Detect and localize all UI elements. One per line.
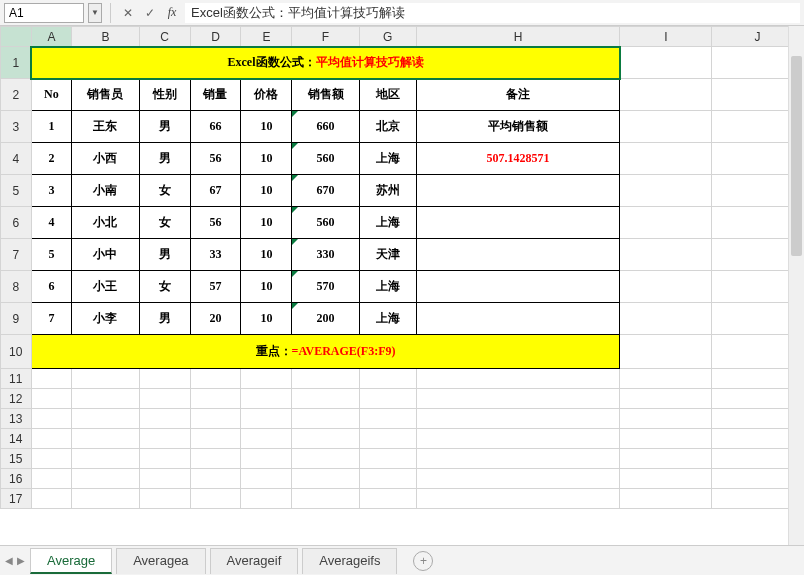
cell-no[interactable]: 1 <box>31 111 72 143</box>
cell-price[interactable]: 10 <box>241 175 292 207</box>
row-header-9[interactable]: 9 <box>1 303 32 335</box>
hdr-volume[interactable]: 销量 <box>190 79 241 111</box>
cell-D12[interactable] <box>190 389 241 409</box>
cell-D13[interactable] <box>190 409 241 429</box>
hdr-price[interactable]: 价格 <box>241 79 292 111</box>
cell-amount[interactable]: 570 <box>292 271 359 303</box>
column-header-A[interactable]: A <box>31 27 72 47</box>
cell-D15[interactable] <box>190 449 241 469</box>
cell-I10[interactable] <box>620 335 712 369</box>
cell-C16[interactable] <box>139 469 190 489</box>
cell-I11[interactable] <box>620 369 712 389</box>
sheet-tab-averageifs[interactable]: Averageifs <box>302 548 397 574</box>
cell-gender[interactable]: 女 <box>139 271 190 303</box>
cell-H17[interactable] <box>416 489 620 509</box>
row-header-7[interactable]: 7 <box>1 239 32 271</box>
cell-I15[interactable] <box>620 449 712 469</box>
cell-B15[interactable] <box>72 449 139 469</box>
tab-nav-arrows[interactable]: ◀ ▶ <box>4 555 26 566</box>
row-header-6[interactable]: 6 <box>1 207 32 239</box>
cell-G16[interactable] <box>359 469 416 489</box>
cell-C12[interactable] <box>139 389 190 409</box>
cell-H13[interactable] <box>416 409 620 429</box>
cell-I16[interactable] <box>620 469 712 489</box>
cell-H14[interactable] <box>416 429 620 449</box>
cell-A12[interactable] <box>31 389 72 409</box>
scroll-thumb[interactable] <box>791 56 802 256</box>
cell-B14[interactable] <box>72 429 139 449</box>
cell-I1[interactable] <box>620 47 712 79</box>
cell-A13[interactable] <box>31 409 72 429</box>
row-header-4[interactable]: 4 <box>1 143 32 175</box>
spreadsheet-grid[interactable]: ABCDEFGHIJ 1Excel函数公式：平均值计算技巧解读2No销售员性别销… <box>0 26 804 509</box>
select-all-corner[interactable] <box>1 27 32 47</box>
cell-amount[interactable]: 670 <box>292 175 359 207</box>
cell-price[interactable]: 10 <box>241 303 292 335</box>
cell-G11[interactable] <box>359 369 416 389</box>
cell-no[interactable]: 4 <box>31 207 72 239</box>
cell-region[interactable]: 上海 <box>359 207 416 239</box>
cell-I14[interactable] <box>620 429 712 449</box>
cell-H16[interactable] <box>416 469 620 489</box>
row-header-17[interactable]: 17 <box>1 489 32 509</box>
cell-F15[interactable] <box>292 449 359 469</box>
cell-price[interactable]: 10 <box>241 111 292 143</box>
row-header-1[interactable]: 1 <box>1 47 32 79</box>
cell-G13[interactable] <box>359 409 416 429</box>
cell-G12[interactable] <box>359 389 416 409</box>
cell-amount[interactable]: 660 <box>292 111 359 143</box>
cell-B12[interactable] <box>72 389 139 409</box>
cell-no[interactable]: 6 <box>31 271 72 303</box>
add-sheet-button[interactable]: + <box>413 551 433 571</box>
cell-person[interactable]: 小中 <box>72 239 139 271</box>
cell-person[interactable]: 小西 <box>72 143 139 175</box>
cell-C17[interactable] <box>139 489 190 509</box>
sheet-tab-average[interactable]: Average <box>30 548 112 574</box>
cell-G17[interactable] <box>359 489 416 509</box>
cell-gender[interactable]: 女 <box>139 175 190 207</box>
row-header-12[interactable]: 12 <box>1 389 32 409</box>
vertical-scrollbar[interactable] <box>788 26 804 545</box>
cell-remark[interactable]: 507.1428571 <box>416 143 620 175</box>
cell-I9[interactable] <box>620 303 712 335</box>
cell-I8[interactable] <box>620 271 712 303</box>
hdr-gender[interactable]: 性别 <box>139 79 190 111</box>
row-header-5[interactable]: 5 <box>1 175 32 207</box>
cell-person[interactable]: 小王 <box>72 271 139 303</box>
cell-A17[interactable] <box>31 489 72 509</box>
column-header-G[interactable]: G <box>359 27 416 47</box>
cell-F17[interactable] <box>292 489 359 509</box>
cell-F12[interactable] <box>292 389 359 409</box>
cell-price[interactable]: 10 <box>241 271 292 303</box>
cell-volume[interactable]: 66 <box>190 111 241 143</box>
column-header-H[interactable]: H <box>416 27 620 47</box>
cell-A14[interactable] <box>31 429 72 449</box>
cell-amount[interactable]: 200 <box>292 303 359 335</box>
cell-D14[interactable] <box>190 429 241 449</box>
row-header-14[interactable]: 14 <box>1 429 32 449</box>
cell-E12[interactable] <box>241 389 292 409</box>
hdr-remark[interactable]: 备注 <box>416 79 620 111</box>
sheet-tab-averagea[interactable]: Averagea <box>116 548 205 574</box>
cell-C11[interactable] <box>139 369 190 389</box>
cell-person[interactable]: 小李 <box>72 303 139 335</box>
confirm-formula-button[interactable]: ✓ <box>141 4 159 22</box>
cell-A16[interactable] <box>31 469 72 489</box>
cell-no[interactable]: 2 <box>31 143 72 175</box>
cell-I7[interactable] <box>620 239 712 271</box>
sheet-tab-averageif[interactable]: Averageif <box>210 548 299 574</box>
column-header-I[interactable]: I <box>620 27 712 47</box>
row-header-13[interactable]: 13 <box>1 409 32 429</box>
cell-volume[interactable]: 33 <box>190 239 241 271</box>
cell-A15[interactable] <box>31 449 72 469</box>
column-header-F[interactable]: F <box>292 27 359 47</box>
cell-F13[interactable] <box>292 409 359 429</box>
cell-I6[interactable] <box>620 207 712 239</box>
cell-remark[interactable] <box>416 239 620 271</box>
cell-H12[interactable] <box>416 389 620 409</box>
cell-person[interactable]: 小南 <box>72 175 139 207</box>
cell-region[interactable]: 北京 <box>359 111 416 143</box>
cell-gender[interactable]: 男 <box>139 143 190 175</box>
cell-price[interactable]: 10 <box>241 143 292 175</box>
row-header-8[interactable]: 8 <box>1 271 32 303</box>
